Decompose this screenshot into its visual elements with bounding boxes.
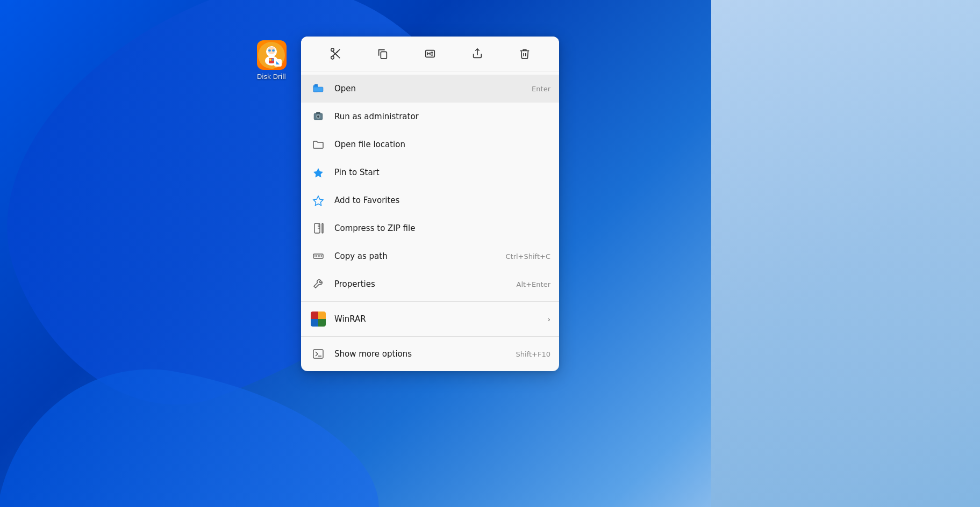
- svg-rect-32: [316, 112, 320, 114]
- open-icon: [310, 80, 327, 97]
- copy-path-label: Copy as path: [334, 251, 499, 261]
- zip-icon: [310, 220, 327, 237]
- menu-item-winrar[interactable]: WinRAR ›: [301, 305, 559, 333]
- svg-line-15: [337, 55, 340, 58]
- menu-item-pin-start[interactable]: Pin to Start: [301, 158, 559, 186]
- share-icon: [471, 48, 483, 60]
- star-icon: [310, 192, 327, 209]
- more-options-label: Show more options: [334, 349, 510, 359]
- open-label: Open: [334, 84, 525, 93]
- menu-item-compress-zip[interactable]: Compress to ZIP file: [301, 214, 559, 242]
- menu-divider: [301, 301, 559, 302]
- disk-drill-label: Disk Drill: [257, 73, 286, 81]
- svg-rect-8: [272, 59, 274, 61]
- favorites-label: Add to Favorites: [334, 195, 550, 205]
- run-admin-label: Run as administrator: [334, 112, 550, 121]
- svg-rect-3: [268, 49, 271, 52]
- menu-items-list: Open Enter Run as administrator: [301, 71, 559, 371]
- more-icon: [310, 345, 327, 363]
- svg-marker-33: [313, 168, 323, 178]
- svg-point-31: [317, 115, 319, 118]
- svg-rect-27: [314, 84, 318, 85]
- menu-item-copy-path[interactable]: Copy as path Ctrl+Shift+C: [301, 242, 559, 270]
- pin-start-label: Pin to Start: [334, 168, 550, 177]
- open-location-label: Open file location: [334, 140, 550, 149]
- rename-icon: [424, 48, 436, 60]
- svg-rect-36: [322, 223, 323, 233]
- admin-icon: [310, 108, 327, 125]
- compress-zip-label: Compress to ZIP file: [334, 223, 550, 233]
- context-toolbar: [301, 37, 559, 71]
- menu-item-open[interactable]: Open Enter: [301, 75, 559, 103]
- menu-item-open-location[interactable]: Open file location: [301, 131, 559, 158]
- menu-divider-2: [301, 336, 559, 337]
- copy-button[interactable]: [371, 42, 395, 66]
- cut-button[interactable]: [324, 42, 347, 66]
- wrench-icon: [310, 276, 327, 293]
- winrar-arrow: ›: [548, 315, 550, 323]
- cut-icon: [330, 48, 341, 60]
- copy-path-shortcut: Ctrl+Shift+C: [505, 252, 550, 260]
- properties-label: Properties: [334, 279, 510, 289]
- delete-icon: [519, 48, 531, 60]
- winrar-label: WinRAR: [334, 314, 543, 324]
- svg-rect-28: [313, 87, 323, 92]
- winrar-icon: [310, 310, 327, 328]
- share-button[interactable]: [466, 42, 489, 66]
- svg-rect-4: [272, 49, 275, 52]
- svg-point-12: [331, 48, 334, 52]
- rename-button[interactable]: [418, 42, 442, 66]
- svg-line-16: [337, 49, 340, 53]
- menu-item-favorites[interactable]: Add to Favorites: [301, 186, 559, 214]
- menu-item-properties[interactable]: Properties Alt+Enter: [301, 270, 559, 298]
- folder-icon: [310, 136, 327, 153]
- menu-item-more-options[interactable]: Show more options Shift+F10: [301, 340, 559, 368]
- pin-icon: [310, 164, 327, 181]
- delete-button[interactable]: [513, 42, 537, 66]
- svg-point-11: [331, 56, 334, 60]
- context-menu: Open Enter Run as administrator: [301, 37, 559, 371]
- path-icon: [310, 248, 327, 265]
- copy-icon: [377, 48, 389, 60]
- properties-shortcut: Alt+Enter: [517, 280, 550, 288]
- open-shortcut: Enter: [532, 85, 550, 93]
- menu-item-run-admin[interactable]: Run as administrator: [301, 103, 559, 131]
- svg-rect-7: [269, 59, 271, 61]
- svg-rect-17: [381, 52, 387, 59]
- more-options-shortcut: Shift+F10: [516, 350, 550, 358]
- disk-drill-svg: [258, 42, 285, 69]
- svg-marker-34: [313, 196, 323, 206]
- disk-drill-app-icon: [257, 40, 287, 70]
- disk-drill-icon[interactable]: Disk Drill: [247, 40, 296, 81]
